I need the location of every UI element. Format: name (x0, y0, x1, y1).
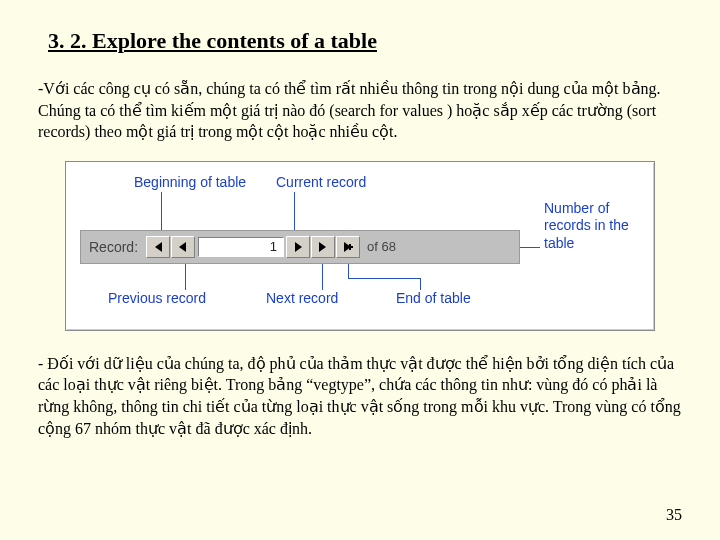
leader-line (185, 264, 186, 290)
last-record-icon (318, 242, 328, 252)
paragraph-1: -Với các công cụ có sẵn, chúng ta có thể… (38, 78, 682, 143)
label-next-record: Next record (266, 290, 338, 306)
previous-record-icon (178, 242, 188, 252)
next-record-button[interactable] (286, 236, 310, 258)
leader-line (348, 278, 420, 279)
record-total-text: of 68 (361, 239, 402, 254)
new-record-button[interactable] (336, 236, 360, 258)
section-heading: 3. 2. Explore the contents of a table (48, 28, 682, 54)
label-previous-record: Previous record (108, 290, 206, 306)
first-record-icon (153, 242, 163, 252)
last-record-button[interactable] (311, 236, 335, 258)
label-current-record: Current record (276, 174, 366, 190)
leader-line (161, 192, 162, 230)
label-record-count: Number of records in the table (544, 200, 642, 253)
paragraph-2: - Đối với dữ liệu của chúng ta, độ phủ c… (38, 353, 682, 439)
current-record-input[interactable]: 1 (198, 237, 284, 257)
record-navigator-figure: Beginning of table Current record Number… (65, 161, 655, 331)
leader-line (420, 278, 421, 290)
label-end-of-table: End of table (396, 290, 471, 306)
leader-line (322, 264, 323, 290)
page-number: 35 (666, 506, 682, 524)
record-label: Record: (81, 239, 146, 255)
svg-rect-2 (347, 246, 353, 248)
next-record-icon (293, 242, 303, 252)
leader-line (348, 264, 349, 278)
first-record-button[interactable] (146, 236, 170, 258)
previous-record-button[interactable] (171, 236, 195, 258)
new-record-icon (343, 242, 353, 252)
record-navigator-bar: Record: 1 of 68 (80, 230, 520, 264)
leader-line (294, 192, 295, 230)
label-beginning-of-table: Beginning of table (134, 174, 246, 190)
